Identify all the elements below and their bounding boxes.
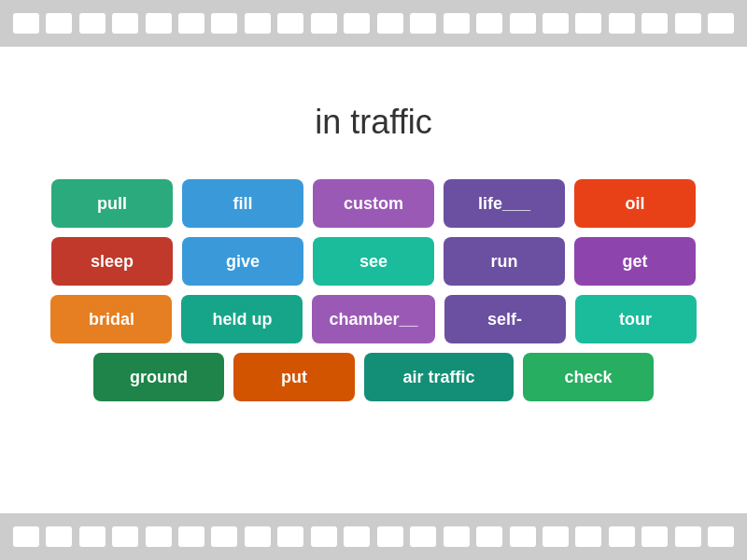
word-tile-pull[interactable]: pull [51, 179, 173, 228]
word-tile-run[interactable]: run [444, 237, 565, 286]
film-hole [708, 13, 734, 34]
film-hole [211, 13, 237, 34]
film-hole [410, 13, 436, 34]
film-hole [476, 13, 502, 34]
film-hole [609, 526, 635, 547]
film-hole [46, 526, 72, 547]
film-hole [146, 526, 172, 547]
word-tile-oil[interactable]: oil [574, 179, 696, 228]
main-area: in traffic pullfillcustomlife___oilsleep… [0, 47, 747, 513]
word-tile-chamber__[interactable]: chamber__ [312, 295, 434, 343]
film-hole [79, 526, 106, 547]
film-strip-top [0, 0, 747, 47]
film-hole [609, 13, 635, 34]
film-hole [146, 13, 172, 34]
film-hole [178, 526, 204, 547]
film-hole [575, 526, 601, 547]
film-hole [575, 13, 601, 34]
film-hole [675, 526, 701, 547]
word-tile-custom[interactable]: custom [313, 179, 434, 228]
phrase-title: in traffic [315, 103, 431, 142]
film-hole [13, 526, 39, 547]
word-tile-see[interactable]: see [313, 237, 434, 286]
film-hole [178, 13, 204, 34]
film-hole [311, 526, 337, 547]
word-tile-check[interactable]: check [523, 353, 654, 401]
film-hole [543, 526, 569, 547]
word-tile-put[interactable]: put [233, 353, 355, 401]
film-hole [344, 526, 370, 547]
film-hole [245, 13, 271, 34]
word-row-0: pullfillcustomlife___oil [51, 179, 696, 228]
film-hole [510, 13, 536, 34]
word-tile-air-traffic[interactable]: air traffic [364, 353, 514, 401]
film-hole [444, 13, 470, 34]
film-hole [675, 13, 701, 34]
film-hole [211, 526, 237, 547]
word-tile-give[interactable]: give [182, 237, 303, 286]
film-hole [708, 526, 734, 547]
word-tile-bridal[interactable]: bridal [50, 295, 172, 343]
film-hole [377, 13, 403, 34]
word-tile-held-up[interactable]: held up [181, 295, 303, 343]
film-hole [277, 13, 303, 34]
film-hole [245, 526, 271, 547]
word-row-1: sleepgiveseerunget [51, 237, 696, 286]
word-tile-tour[interactable]: tour [575, 295, 697, 343]
film-hole [410, 526, 436, 547]
film-hole [641, 13, 668, 34]
film-hole [444, 526, 470, 547]
word-tile-sleep[interactable]: sleep [51, 237, 173, 286]
word-row-3: groundputair trafficcheck [93, 353, 654, 401]
film-hole [46, 13, 72, 34]
film-hole [641, 526, 668, 547]
word-tile-ground[interactable]: ground [93, 353, 224, 401]
film-hole [277, 526, 303, 547]
film-hole [510, 526, 536, 547]
film-hole [476, 526, 502, 547]
word-tile-fill[interactable]: fill [182, 179, 303, 228]
film-hole [543, 13, 569, 34]
film-hole [79, 13, 106, 34]
film-hole [377, 526, 403, 547]
words-container: pullfillcustomlife___oilsleepgiveseerung… [19, 179, 728, 401]
film-hole [344, 13, 370, 34]
film-hole [311, 13, 337, 34]
word-tile-get[interactable]: get [574, 237, 696, 286]
film-hole [112, 526, 138, 547]
film-hole [13, 13, 39, 34]
word-tile-life___[interactable]: life___ [444, 179, 565, 228]
word-row-2: bridalheld upchamber__self-tour [50, 295, 696, 343]
film-strip-bottom [0, 513, 747, 560]
film-hole [112, 13, 138, 34]
word-tile-self-[interactable]: self- [444, 295, 566, 343]
